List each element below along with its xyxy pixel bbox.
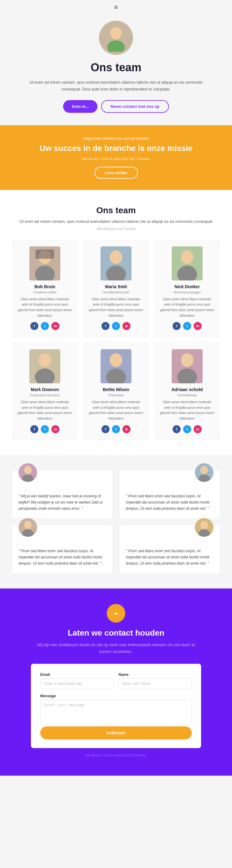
contact-description: Wij zijn een ambitieuze studio en zijn o… xyxy=(31,642,201,655)
twitter-icon[interactable]: t xyxy=(183,425,191,433)
team-card: Maria Smit Hoofdboekhouder Glavi amet ni… xyxy=(83,240,149,337)
banner-read-more-button[interactable]: Lees verder xyxy=(94,167,138,179)
testimonial-card: " Proin sed libero enim sed faucibus tur… xyxy=(120,526,220,573)
team-member-bio: Glavi amet nitnol libero molestie ante u… xyxy=(160,297,215,318)
contact-form: Email Name Message Indienen xyxy=(31,664,201,748)
team-member-bio: Glavi amet nitnol libero molestie ante u… xyxy=(17,297,72,318)
team-description: Ut enim ad minim veniam, quis nostrud ex… xyxy=(12,218,220,225)
hero-avatar xyxy=(99,21,133,55)
contact-bird-icon xyxy=(112,609,120,618)
email-group: Email xyxy=(40,673,114,689)
facebook-icon[interactable]: f xyxy=(172,425,181,433)
instagram-icon[interactable]: in xyxy=(194,425,202,433)
team-credit: Afbeeldingen van Freepik xyxy=(12,227,220,230)
facebook-icon[interactable]: f xyxy=(30,425,38,433)
social-icons: f t in xyxy=(160,322,215,330)
svg-point-36 xyxy=(200,466,208,474)
testimonial-text: " Proin sed libero enim sed faucibus tur… xyxy=(126,493,214,512)
team-member-role: Ontwerper xyxy=(89,393,143,397)
hero-section: Ons team Ut enim ad minim veniam, quis n… xyxy=(0,14,232,125)
team-member-role: Financieel directeur xyxy=(17,393,72,397)
message-group: Message xyxy=(40,694,192,724)
message-field[interactable] xyxy=(40,700,192,724)
team-card: Adriaan schold Ontwikkelaar Glavi amet n… xyxy=(155,343,220,439)
testimonials-section: " Wij je een bedrijf starten, maar heb j… xyxy=(0,455,232,588)
team-member-role: Ontwikkelaar xyxy=(160,393,215,397)
svg-point-24 xyxy=(110,353,122,367)
team-photo xyxy=(101,349,131,383)
contact-heading: Laten we contact houden xyxy=(31,628,201,638)
svg-point-20 xyxy=(39,353,51,367)
contact-icon-circle xyxy=(107,604,125,623)
hero-description: Ut enim ad minim veniam, quis nostrud ex… xyxy=(25,79,207,93)
facebook-icon[interactable]: f xyxy=(172,322,181,330)
team-card: Bettie Nilson Ontwerper Glavi amet nitno… xyxy=(83,343,149,439)
hero-buttons: Kom m... Neem contact met ons op xyxy=(25,100,207,113)
team-member-bio: Glavi amet nitnol libero molestie ante u… xyxy=(17,399,72,421)
hero-title: Ons team xyxy=(25,61,207,74)
team-member-name: Nick Donker xyxy=(160,284,215,289)
team-member-name: Bettie Nilson xyxy=(89,387,143,392)
testimonial-card: " Proin sed libero enim sed faucibus tur… xyxy=(12,526,112,573)
twitter-icon[interactable]: t xyxy=(41,322,49,330)
testimonial-text: " Wij je een bedrijf starten, maar heb j… xyxy=(18,493,106,512)
testimonial-card: " Proin sed libero enim sed faucibus tur… xyxy=(120,471,220,518)
twitter-icon[interactable]: t xyxy=(41,425,49,433)
instagram-icon[interactable]: in xyxy=(122,425,130,433)
email-field[interactable] xyxy=(40,678,114,689)
team-member-name: Adriaan schold xyxy=(160,387,215,392)
name-field[interactable] xyxy=(118,678,192,689)
social-icons: f t in xyxy=(17,425,72,433)
instagram-icon[interactable]: in xyxy=(51,322,60,330)
name-group: Name xyxy=(118,673,192,689)
team-member-bio: Glavi amet nitnol libero molestie ante u… xyxy=(89,399,143,421)
instagram-icon[interactable]: in xyxy=(122,322,130,330)
team-photo xyxy=(29,246,60,280)
team-photo xyxy=(101,246,131,280)
social-icons: f t in xyxy=(89,322,143,330)
team-section: Ons team Ut enim ad minim veniam, quis n… xyxy=(0,190,232,455)
twitter-icon[interactable]: t xyxy=(112,425,120,433)
facebook-icon[interactable]: f xyxy=(102,425,110,433)
submit-button[interactable]: Indienen xyxy=(40,726,192,739)
team-title: Ons team xyxy=(12,206,220,215)
twitter-icon[interactable]: t xyxy=(183,322,191,330)
svg-point-44 xyxy=(200,521,208,529)
banner-sample-text: Sample text. Click to select the Text. R… xyxy=(18,157,214,160)
team-member-name: Maria Smit xyxy=(89,284,143,289)
email-label: Email xyxy=(40,673,114,677)
twitter-icon[interactable]: t xyxy=(112,322,120,330)
banner-heading: Uw succes in de branche is onze missie xyxy=(18,143,214,154)
testi-avatar xyxy=(18,518,37,537)
name-label: Name xyxy=(118,673,192,677)
message-label: Message xyxy=(40,694,192,698)
primary-button[interactable]: Kom m... xyxy=(63,100,98,113)
team-member-role: Verkoopsmanager xyxy=(160,290,215,294)
team-photo xyxy=(29,349,60,383)
team-grid: Bob Bruin Creatieve leider Glavi amet ni… xyxy=(12,240,220,440)
svg-point-28 xyxy=(181,353,193,367)
facebook-icon[interactable]: f xyxy=(102,322,110,330)
contact-sample-text: Sample text. Click to select the Text El… xyxy=(31,754,201,757)
team-member-name: Mark Dowson xyxy=(17,387,72,392)
top-nav: ≡ xyxy=(0,0,232,14)
social-icons: f t in xyxy=(160,425,215,433)
contact-form-row1: Email Name xyxy=(40,673,192,689)
instagram-icon[interactable]: in xyxy=(194,322,202,330)
hamburger-icon[interactable]: ≡ xyxy=(114,4,118,10)
facebook-icon[interactable]: f xyxy=(30,322,38,330)
testi-avatar xyxy=(18,463,37,482)
team-member-role: Creatieve leider xyxy=(17,290,72,294)
testimonials-grid: " Wij je een bedrijf starten, maar heb j… xyxy=(12,471,220,573)
team-card: Mark Dowson Financieel directeur Glavi a… xyxy=(12,343,77,439)
svg-point-12 xyxy=(110,250,122,264)
team-member-bio: Glavi amet nitnol libero molestie ante u… xyxy=(160,399,215,421)
instagram-icon[interactable]: in xyxy=(51,425,60,433)
svg-point-16 xyxy=(181,250,193,264)
social-icons: f t in xyxy=(17,322,72,330)
team-member-role: Hoofdboekhouder xyxy=(89,290,143,294)
testi-avatar xyxy=(195,518,214,537)
social-icons: f t in xyxy=(89,425,143,433)
secondary-button[interactable]: Neem contact met ons op xyxy=(101,100,168,113)
banner-sub-label: Voeg meer snelheid toe aan uw website xyxy=(18,136,214,141)
